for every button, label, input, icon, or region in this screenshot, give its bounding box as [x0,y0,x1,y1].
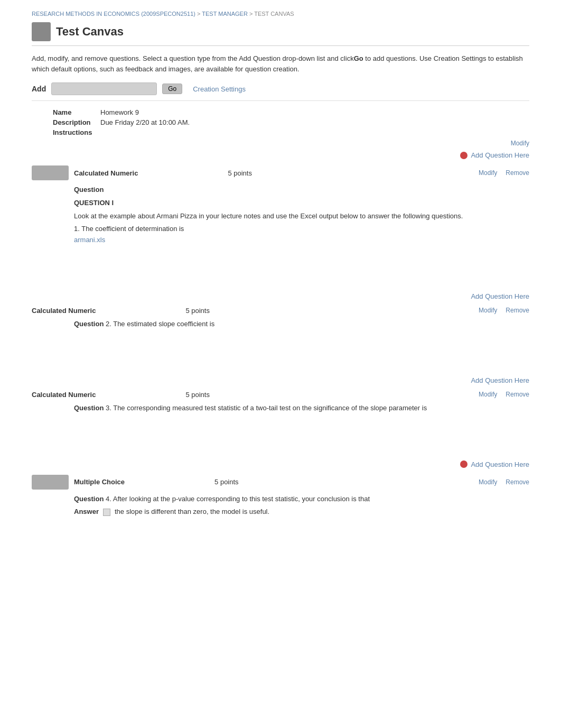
question-body-3: Question 3. The corresponding measured t… [74,403,529,414]
question-header-left-4: Multiple Choice 5 points [32,475,239,490]
modify-link-3[interactable]: Modify [479,391,497,398]
remove-link-3[interactable]: Remove [506,391,529,398]
breadcrumb-manager[interactable]: TEST MANAGER [202,11,248,17]
question-points-1: 5 points [228,169,252,177]
question-number-box-1 [32,165,69,180]
question-text-1: Look at the example about Armani Pizza i… [74,211,529,222]
question-actions-4: Modify Remove [479,478,529,486]
test-metadata: Name Homework 9 Description Due Friday 2… [53,108,529,136]
breadcrumb-current: TEST CANVAS [254,11,294,17]
question-body-1: Question QUESTION I Look at the example … [74,185,529,246]
answer-checkbox-4[interactable] [103,509,110,516]
answer-label-4: Answer [74,506,99,518]
question-number-box-4 [32,475,69,490]
breadcrumb: RESEARCH METHODS IN ECONOMICS (2009SPECO… [32,11,529,17]
add-question-here-top[interactable]: Add Question Here [471,151,529,159]
add-question-row-top: Add Question Here [32,151,529,159]
instructions-label: Instructions [53,128,100,136]
question-header-row-4: Multiple Choice 5 points Modify Remove [32,473,529,492]
creation-settings-link[interactable]: Creation Settings [193,85,246,93]
question-label-3: Question [74,404,104,412]
question-points-2: 5 points [185,307,210,315]
question-header-row-2: Calculated Numeric 5 points Modify Remov… [32,305,529,317]
toolbar: Add Go Creation Settings [32,82,529,101]
question-block-3: Calculated Numeric 5 points Modify Remov… [32,389,529,456]
question-type-3: Calculated Numeric [32,391,96,399]
question-block-2: Calculated Numeric 5 points Modify Remov… [32,305,529,372]
add-question-here-2[interactable]: Add Question Here [471,292,529,300]
modify-link-2[interactable]: Modify [479,307,497,314]
question-actions-2: Modify Remove [479,307,529,314]
meta-modify-link[interactable]: Modify [511,140,529,147]
question-subtext-4: 4. After looking at the p-value correspo… [106,495,370,503]
breadcrumb-course[interactable]: RESEARCH METHODS IN ECONOMICS (2009SPECO… [32,11,195,17]
question-body-2: Question 2. The estimated slope coeffici… [74,319,529,330]
modify-link-4[interactable]: Modify [479,478,497,486]
question-spacer-2 [32,330,529,372]
add-question-icon-4 [460,460,467,468]
add-question-icon-top [460,152,467,159]
page-description: Add, modify, and remove questions. Selec… [32,53,529,74]
question-spacer-3 [32,414,529,456]
question-link-1[interactable]: armani.xls [74,236,105,244]
add-question-here-4[interactable]: Add Question Here [471,460,529,468]
answer-text-4: the slope is different than zero, the mo… [115,506,269,518]
question-type-select[interactable] [51,82,157,95]
test-instructions-row: Instructions [53,128,529,136]
page-title: Test Canvas [56,25,124,39]
add-question-row-4: Add Question Here [32,460,529,468]
name-label: Name [53,108,100,116]
question-type-2: Calculated Numeric [32,307,96,315]
question-actions-1: Modify Remove [479,169,529,177]
question-label-1: Question [74,186,104,193]
question-header-left-2: Calculated Numeric 5 points [32,307,210,315]
question-type-1: Calculated Numeric [74,169,138,177]
page-header: Test Canvas [32,22,529,46]
question-block-1: Calculated Numeric 5 points Modify Remov… [32,163,529,288]
add-label: Add [32,85,46,93]
test-name-row: Name Homework 9 [53,108,529,116]
question-header-left-3: Calculated Numeric 5 points [32,391,210,399]
answer-row-4: Answer the slope is different than zero,… [74,506,529,518]
question-label-2: Question [74,320,104,328]
page-icon [32,22,51,41]
question-header-left-1: Calculated Numeric 5 points [32,165,252,180]
test-name-value: Homework 9 [100,108,139,116]
meta-modify-row: Modify [32,140,529,147]
add-question-row-2: Add Question Here [32,292,529,300]
question-header-row-3: Calculated Numeric 5 points Modify Remov… [32,389,529,401]
description-label: Description [53,118,100,126]
question-points-3: 5 points [185,391,210,399]
question-body-4: Question 4. After looking at the p-value… [74,494,529,518]
question-header-row-1: Calculated Numeric 5 points Modify Remov… [32,163,529,182]
test-description-value: Due Friday 2/20 at 10:00 AM. [100,118,190,126]
go-button[interactable]: Go [162,84,182,94]
question-block-4: Multiple Choice 5 points Modify Remove Q… [32,473,529,518]
question-subtext-2: 2. The estimated slope coefficient is [106,320,214,328]
question-label-4: Question [74,495,104,503]
remove-link-2[interactable]: Remove [506,307,529,314]
remove-link-1[interactable]: Remove [506,169,529,177]
question-title-1: QUESTION I [74,198,529,209]
question-actions-3: Modify Remove [479,391,529,398]
test-description-row: Description Due Friday 2/20 at 10:00 AM. [53,118,529,126]
add-question-row-3: Add Question Here [32,376,529,384]
remove-link-4[interactable]: Remove [506,478,529,486]
question-subtext-3: 3. The corresponding measured test stati… [106,404,427,412]
question-spacer-1 [32,246,529,288]
modify-link-1[interactable]: Modify [479,169,497,177]
question-subtext-1: 1. The coefficient of determination is [74,224,529,235]
question-type-4: Multiple Choice [74,478,125,486]
question-points-4: 5 points [214,478,239,486]
add-question-here-3[interactable]: Add Question Here [471,376,529,384]
